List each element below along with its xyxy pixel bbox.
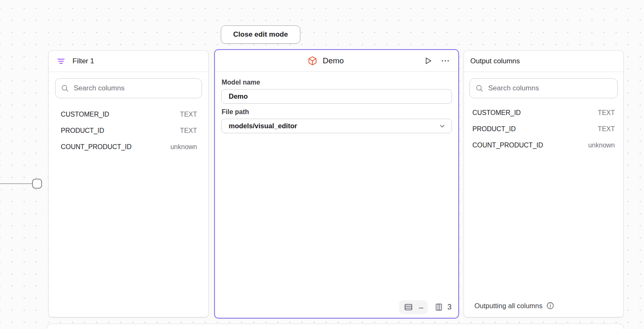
more-options-button[interactable] [440,56,450,66]
column-name: COUNT_PRODUCT_ID [61,143,132,151]
file-path-select[interactable]: models/visual_editor [221,119,452,133]
column-count-button[interactable]: 3 [434,303,452,312]
column-row[interactable]: CUSTOMER_ID TEXT [55,106,202,122]
canvas[interactable]: Close edit mode Filter 1 [0,0,644,329]
file-path-label: File path [222,108,452,116]
column-name: PRODUCT_ID [61,127,104,135]
column-row[interactable]: CUSTOMER_ID TEXT [469,105,618,121]
column-type: TEXT [180,111,197,118]
output-search-box[interactable] [469,78,618,98]
column-row[interactable]: COUNT_PRODUCT_ID unknown [469,137,618,153]
close-edit-mode-button[interactable]: Close edit mode [221,25,300,44]
model-panel-footer: – 3 [399,300,452,314]
bottom-clipped-panel[interactable] [47,324,624,329]
column-name: COUNT_PRODUCT_ID [472,142,543,149]
info-icon[interactable] [546,302,554,310]
filter-panel-title: Filter 1 [72,57,94,65]
ellipsis-icon [441,56,450,65]
column-row[interactable]: PRODUCT_ID TEXT [469,121,618,137]
table-rows-icon [404,302,413,312]
table-columns-icon [434,303,443,312]
column-type: unknown [588,142,615,149]
column-row[interactable]: PRODUCT_ID TEXT [55,122,202,139]
run-model-button[interactable] [423,56,433,66]
output-columns-panel[interactable]: Output columns CUSTOMER_ID TEXT [464,50,624,317]
column-type: TEXT [598,125,615,133]
column-name: CUSTOMER_ID [472,109,521,117]
edge-connector-line [0,183,32,184]
filter-panel-header: Filter 1 [49,51,208,72]
column-type: unknown [170,143,197,151]
play-icon [424,56,433,65]
output-search-input[interactable] [488,84,612,92]
model-cube-icon [308,56,317,65]
output-panel-footer: Outputting all columns [469,298,618,314]
column-name: PRODUCT_ID [472,125,516,133]
output-column-list: CUSTOMER_ID TEXT PRODUCT_ID TEXT COUNT_P… [469,105,618,153]
filter-search-box[interactable] [55,78,202,98]
search-icon [475,84,484,92]
row-count-button[interactable]: – [399,300,428,314]
column-row[interactable]: COUNT_PRODUCT_ID unknown [55,139,202,155]
file-path-value: models/visual_editor [229,122,297,130]
model-panel-title: Demo [323,56,344,65]
output-panel-header: Output columns [464,51,623,72]
output-footer-text: Outputting all columns [474,302,542,310]
search-icon [61,84,69,92]
chevron-down-icon [439,122,446,130]
filter-search-input[interactable] [74,84,196,92]
column-count-value: 3 [447,303,452,312]
filter-icon [57,57,65,65]
filter-node-panel[interactable]: Filter 1 CUSTOMER_ID TEXT [48,50,209,317]
model-panel-header: Demo [215,50,458,72]
model-name-label: Model name [222,79,452,86]
output-panel-title: Output columns [470,57,520,65]
row-count-value: – [419,303,423,311]
model-name-input[interactable] [221,89,452,104]
column-type: TEXT [180,127,197,135]
column-type: TEXT [598,109,615,117]
model-node-panel[interactable]: Demo Model name File path [214,49,459,319]
column-name: CUSTOMER_ID [61,111,109,118]
filter-column-list: CUSTOMER_ID TEXT PRODUCT_ID TEXT COUNT_P… [55,106,202,155]
edge-connector-handle[interactable] [32,179,42,189]
